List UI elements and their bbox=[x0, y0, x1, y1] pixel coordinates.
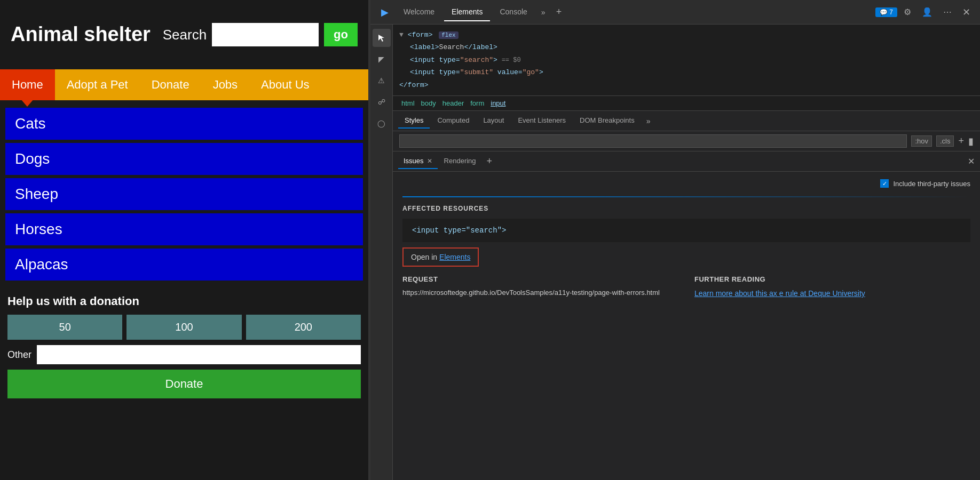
devtools-tab-welcome[interactable]: Welcome bbox=[396, 3, 442, 21]
animal-item-cats[interactable]: Cats bbox=[5, 108, 363, 140]
nav-item-jobs[interactable]: Jobs bbox=[201, 69, 249, 100]
left-panel: Animal shelter Search go Home Adopt a Pe… bbox=[0, 0, 368, 480]
settings-icon[interactable]: ⚙ bbox=[899, 5, 915, 19]
device-toggle-icon[interactable]: ◤ bbox=[373, 50, 391, 68]
site-nav: Home Adopt a Pet Donate Jobs About Us bbox=[0, 69, 368, 100]
cursor-tool-icon[interactable]: ▶ bbox=[376, 3, 394, 21]
two-columns: REQUEST https://microsoftedge.github.io/… bbox=[402, 275, 970, 299]
animal-item-alpacas[interactable]: Alpacas bbox=[5, 249, 363, 281]
html-line-form: ▼ <form> flex bbox=[399, 29, 974, 41]
more-options-icon[interactable]: ⋯ bbox=[939, 5, 956, 19]
issues-badge[interactable]: 💬 7 bbox=[875, 7, 897, 17]
open-in-elements-link[interactable]: Elements bbox=[439, 253, 470, 261]
request-url: https://microsoftedge.github.io/DevTools… bbox=[402, 287, 678, 298]
breadcrumb-input[interactable]: input bbox=[488, 98, 508, 108]
tab-computed[interactable]: Computed bbox=[431, 113, 476, 129]
donation-title: Help us with a donation bbox=[7, 294, 361, 308]
donation-100-button[interactable]: 100 bbox=[127, 315, 241, 340]
site-title: Animal shelter bbox=[11, 22, 151, 47]
issues-count-icon: 💬 bbox=[880, 9, 888, 16]
third-party-row: ✓ Include third-party issues bbox=[402, 179, 970, 188]
donation-50-button[interactable]: 50 bbox=[7, 315, 122, 340]
hov-filter-button[interactable]: :hov bbox=[911, 135, 932, 147]
tab-event-listeners[interactable]: Event Listeners bbox=[511, 113, 572, 129]
animal-item-sheep[interactable]: Sheep bbox=[5, 178, 363, 210]
nav-item-home[interactable]: Home bbox=[0, 69, 55, 100]
devtools-main: ▼ <form> flex <label>Search</label> <inp… bbox=[393, 25, 980, 480]
html-line-form-close: </form> bbox=[399, 79, 974, 91]
search-button[interactable]: go bbox=[324, 23, 358, 46]
breadcrumb-bar: html body header form input bbox=[393, 96, 980, 111]
request-title: REQUEST bbox=[402, 275, 678, 283]
cls-filter-button[interactable]: .cls bbox=[936, 135, 954, 147]
donate-button[interactable]: Donate bbox=[7, 370, 361, 398]
html-line-input-submit: <input type="submit" value="go"> bbox=[410, 66, 974, 78]
toggle-sidebar-icon[interactable]: ▮ bbox=[968, 135, 974, 147]
animal-item-horses[interactable]: Horses bbox=[5, 213, 363, 245]
affected-resources-title: AFFECTED RESOURCES bbox=[402, 205, 970, 212]
filter-input[interactable] bbox=[399, 134, 907, 148]
donation-200-button[interactable]: 200 bbox=[246, 315, 361, 340]
donation-amounts: 50 100 200 bbox=[7, 315, 361, 340]
lower-panel-close-icon[interactable]: ✕ bbox=[968, 156, 975, 166]
devtools-body: ◤ ⚠ ☍ ◯ ▼ <form> flex <label>Search</lab… bbox=[370, 25, 980, 480]
more-panel-tabs-icon[interactable]: » bbox=[642, 115, 655, 127]
animal-list: Cats Dogs Sheep Horses Alpacas bbox=[0, 100, 368, 288]
elements-html-panel: ▼ <form> flex <label>Search</label> <inp… bbox=[393, 25, 980, 96]
further-reading-column: FURTHER READING Learn more about this ax… bbox=[694, 275, 970, 299]
other-label: Other bbox=[7, 349, 31, 361]
devtools-iconbar: ◤ ⚠ ☍ ◯ bbox=[370, 25, 393, 480]
devtools-panel: ▶ Welcome Elements Console » + 💬 7 ⚙ 👤 ⋯… bbox=[370, 0, 980, 480]
request-column: REQUEST https://microsoftedge.github.io/… bbox=[402, 275, 678, 299]
donation-other-row: Other bbox=[7, 345, 361, 364]
breadcrumb-body[interactable]: body bbox=[419, 98, 438, 108]
tab-dom-breakpoints[interactable]: DOM Breakpoints bbox=[573, 113, 641, 129]
lower-tab-issues[interactable]: Issues ✕ bbox=[398, 154, 438, 169]
devtools-toolbar: ▶ Welcome Elements Console » + 💬 7 ⚙ 👤 ⋯… bbox=[370, 0, 980, 25]
issues-icon[interactable]: ☍ bbox=[373, 93, 391, 111]
select-element-icon[interactable] bbox=[373, 29, 391, 47]
performance-icon[interactable]: ◯ bbox=[373, 114, 391, 132]
add-lower-tab-icon[interactable]: + bbox=[483, 154, 497, 169]
search-form: Search go bbox=[163, 23, 358, 46]
other-amount-input[interactable] bbox=[37, 345, 361, 364]
breadcrumb-html[interactable]: html bbox=[399, 98, 417, 108]
third-party-checkbox[interactable]: ✓ bbox=[880, 179, 889, 188]
code-block: <input type="search"> bbox=[402, 219, 970, 242]
add-tab-icon[interactable]: + bbox=[552, 4, 566, 20]
html-line-label: <label>Search</label> bbox=[410, 41, 974, 53]
search-input[interactable] bbox=[212, 23, 319, 46]
account-icon[interactable]: 👤 bbox=[918, 5, 937, 19]
donation-section: Help us with a donation 50 100 200 Other… bbox=[0, 288, 368, 405]
issues-tab-close-icon[interactable]: ✕ bbox=[427, 157, 432, 165]
animal-item-dogs[interactable]: Dogs bbox=[5, 143, 363, 175]
tab-styles[interactable]: Styles bbox=[398, 113, 430, 129]
further-reading-link[interactable]: Learn more about this ax e rule at Deque… bbox=[694, 287, 970, 299]
add-style-icon[interactable]: + bbox=[958, 135, 964, 147]
devtools-close-icon[interactable]: ✕ bbox=[958, 4, 975, 20]
breadcrumb-form[interactable]: form bbox=[468, 98, 486, 108]
open-in-row[interactable]: Open in Elements bbox=[402, 247, 479, 267]
open-in-text: Open in bbox=[411, 253, 437, 261]
nav-item-adopt[interactable]: Adopt a Pet bbox=[55, 69, 140, 100]
panel-tabs: Styles Computed Layout Event Listeners D… bbox=[393, 111, 980, 131]
html-line-input-search: <input type="search"> == $0 bbox=[410, 54, 974, 67]
lower-tab-rendering[interactable]: Rendering bbox=[439, 154, 481, 169]
lower-tabs: Issues ✕ Rendering + ✕ bbox=[393, 151, 980, 172]
breadcrumb-header[interactable]: header bbox=[440, 98, 466, 108]
further-reading-title: FURTHER READING bbox=[694, 275, 970, 283]
tab-layout[interactable]: Layout bbox=[477, 113, 510, 129]
console-icon[interactable]: ⚠ bbox=[373, 71, 391, 90]
more-tabs-icon[interactable]: » bbox=[537, 6, 550, 19]
site-header: Animal shelter Search go bbox=[0, 0, 368, 69]
blue-divider bbox=[402, 196, 970, 197]
devtools-tab-elements[interactable]: Elements bbox=[444, 3, 490, 21]
nav-item-donate[interactable]: Donate bbox=[140, 69, 201, 100]
third-party-label: Include third-party issues bbox=[893, 180, 970, 188]
nav-item-about[interactable]: About Us bbox=[249, 69, 321, 100]
issues-content: ✓ Include third-party issues AFFECTED RE… bbox=[393, 172, 980, 480]
search-label: Search bbox=[163, 27, 207, 43]
filter-bar: :hov .cls + ▮ bbox=[393, 131, 980, 151]
devtools-tab-console[interactable]: Console bbox=[492, 3, 534, 21]
filter-buttons: :hov .cls + ▮ bbox=[911, 135, 974, 147]
